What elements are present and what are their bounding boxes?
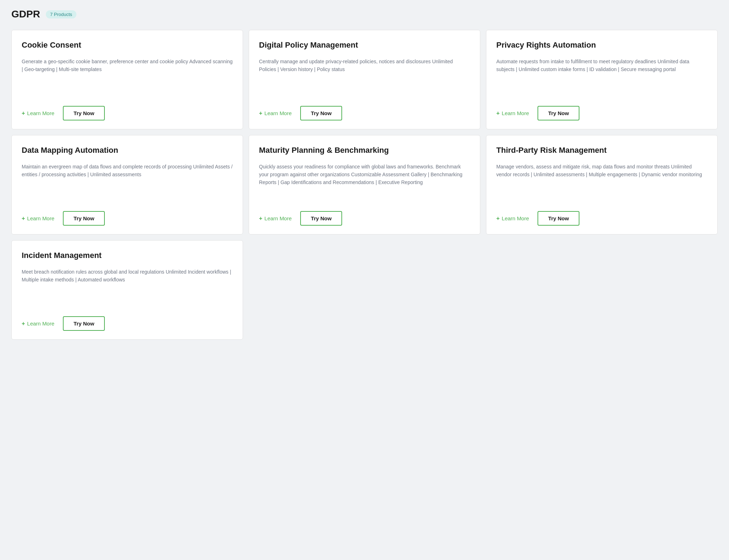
try-now-button-incident-management[interactable]: Try Now	[63, 316, 105, 331]
product-name-data-mapping-automation: Data Mapping Automation	[22, 145, 233, 156]
learn-more-label-privacy-rights-automation: Learn More	[502, 110, 529, 116]
product-actions-privacy-rights-automation: +Learn MoreTry Now	[496, 106, 707, 120]
product-actions-maturity-planning-benchmarking: +Learn MoreTry Now	[259, 211, 470, 226]
try-now-button-digital-policy-management[interactable]: Try Now	[300, 106, 342, 120]
learn-more-plus-icon-cookie-consent: +	[22, 110, 25, 117]
learn-more-plus-icon-digital-policy-management: +	[259, 110, 262, 117]
try-now-button-cookie-consent[interactable]: Try Now	[63, 106, 105, 120]
learn-more-label-third-party-risk-management: Learn More	[502, 215, 529, 221]
try-now-button-third-party-risk-management[interactable]: Try Now	[538, 211, 579, 226]
learn-more-plus-icon-maturity-planning-benchmarking: +	[259, 215, 262, 222]
product-description-data-mapping-automation: Maintain an evergreen map of data flows …	[22, 163, 233, 201]
learn-more-plus-icon-third-party-risk-management: +	[496, 215, 500, 222]
try-now-button-data-mapping-automation[interactable]: Try Now	[63, 211, 105, 226]
products-badge: 7 Products	[46, 10, 76, 18]
learn-more-link-incident-management[interactable]: +Learn More	[22, 321, 54, 327]
product-card-maturity-planning-benchmarking: Maturity Planning & BenchmarkingQuickly …	[249, 135, 480, 235]
product-actions-incident-management: +Learn MoreTry Now	[22, 316, 233, 331]
product-description-maturity-planning-benchmarking: Quickly assess your readiness for compli…	[259, 163, 470, 201]
product-card-incident-management: Incident ManagementMeet breach notificat…	[11, 240, 243, 340]
product-name-maturity-planning-benchmarking: Maturity Planning & Benchmarking	[259, 145, 470, 156]
learn-more-label-cookie-consent: Learn More	[27, 110, 54, 116]
product-name-digital-policy-management: Digital Policy Management	[259, 40, 470, 50]
learn-more-link-maturity-planning-benchmarking[interactable]: +Learn More	[259, 215, 292, 222]
learn-more-plus-icon-data-mapping-automation: +	[22, 215, 25, 222]
learn-more-link-cookie-consent[interactable]: +Learn More	[22, 110, 54, 117]
try-now-button-privacy-rights-automation[interactable]: Try Now	[538, 106, 579, 120]
product-name-third-party-risk-management: Third-Party Risk Management	[496, 145, 707, 156]
try-now-button-maturity-planning-benchmarking[interactable]: Try Now	[300, 211, 342, 226]
product-card-cookie-consent: Cookie ConsentGenerate a geo-specific co…	[11, 30, 243, 129]
learn-more-label-digital-policy-management: Learn More	[264, 110, 292, 116]
learn-more-label-incident-management: Learn More	[27, 321, 54, 327]
products-grid: Cookie ConsentGenerate a geo-specific co…	[11, 30, 718, 340]
learn-more-link-third-party-risk-management[interactable]: +Learn More	[496, 215, 529, 222]
product-description-third-party-risk-management: Manage vendors, assess and mitigate risk…	[496, 163, 707, 201]
learn-more-link-privacy-rights-automation[interactable]: +Learn More	[496, 110, 529, 117]
page-title: GDPR	[11, 9, 40, 20]
product-card-privacy-rights-automation: Privacy Rights AutomationAutomate reques…	[486, 30, 718, 129]
product-name-incident-management: Incident Management	[22, 251, 233, 261]
product-description-incident-management: Meet breach notification rules across gl…	[22, 268, 233, 306]
learn-more-plus-icon-incident-management: +	[22, 321, 25, 327]
learn-more-link-digital-policy-management[interactable]: +Learn More	[259, 110, 292, 117]
page-header: GDPR 7 Products	[11, 9, 718, 20]
product-description-privacy-rights-automation: Automate requests from intake to fulfill…	[496, 58, 707, 96]
product-name-cookie-consent: Cookie Consent	[22, 40, 233, 50]
learn-more-label-maturity-planning-benchmarking: Learn More	[264, 215, 292, 221]
product-card-data-mapping-automation: Data Mapping AutomationMaintain an everg…	[11, 135, 243, 235]
learn-more-plus-icon-privacy-rights-automation: +	[496, 110, 500, 117]
product-actions-third-party-risk-management: +Learn MoreTry Now	[496, 211, 707, 226]
product-name-privacy-rights-automation: Privacy Rights Automation	[496, 40, 707, 50]
learn-more-label-data-mapping-automation: Learn More	[27, 215, 54, 221]
product-card-digital-policy-management: Digital Policy ManagementCentrally manag…	[249, 30, 480, 129]
product-card-third-party-risk-management: Third-Party Risk ManagementManage vendor…	[486, 135, 718, 235]
learn-more-link-data-mapping-automation[interactable]: +Learn More	[22, 215, 54, 222]
product-description-digital-policy-management: Centrally manage and update privacy-rela…	[259, 58, 470, 96]
product-actions-cookie-consent: +Learn MoreTry Now	[22, 106, 233, 120]
product-description-cookie-consent: Generate a geo-specific cookie banner, p…	[22, 58, 233, 96]
product-actions-data-mapping-automation: +Learn MoreTry Now	[22, 211, 233, 226]
product-actions-digital-policy-management: +Learn MoreTry Now	[259, 106, 470, 120]
